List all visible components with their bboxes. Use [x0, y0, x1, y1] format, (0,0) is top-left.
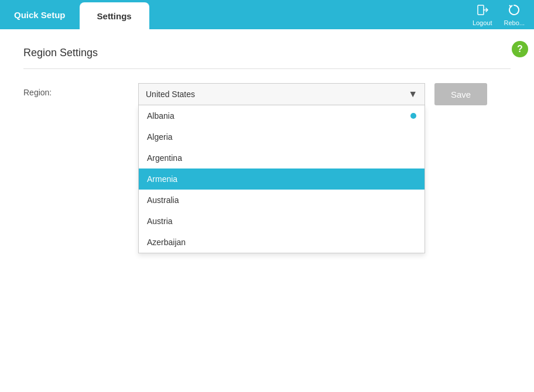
app-header: Quick Setup Settings Logout Rebo... [0, 0, 534, 29]
region-dropdown: AlbaniaAlgeriaArgentinaArmeniaAustraliaA… [138, 105, 425, 253]
svg-rect-0 [478, 5, 484, 15]
reboot-icon [508, 4, 521, 18]
help-icon: ? [517, 44, 523, 54]
dropdown-item[interactable]: Argentina [139, 147, 425, 169]
dropdown-item-label: Armenia [147, 174, 177, 184]
section-divider [23, 68, 511, 69]
reboot-label: Rebo... [504, 19, 525, 26]
logout-button[interactable]: Logout [473, 4, 492, 26]
header-actions: Logout Rebo... [473, 0, 534, 29]
dropdown-item-label: Austria [147, 216, 173, 226]
region-select-wrapper: United States ▼ AlbaniaAlgeriaArgentinaA… [138, 83, 425, 105]
tab-settings-label: Settings [97, 11, 132, 21]
tab-quick-setup[interactable]: Quick Setup [0, 0, 80, 29]
tab-quick-setup-label: Quick Setup [14, 10, 66, 20]
logout-label: Logout [473, 19, 492, 26]
reboot-button[interactable]: Rebo... [504, 4, 525, 26]
tab-settings[interactable]: Settings [80, 2, 149, 29]
scroll-indicator [410, 113, 416, 119]
dropdown-item[interactable]: Azerbaijan [139, 232, 425, 253]
select-arrow-icon: ▼ [408, 89, 417, 99]
main-content: ? Region Settings Region: United States … [0, 29, 534, 392]
dropdown-item-label: Australia [147, 195, 179, 205]
section-title: Region Settings [23, 47, 511, 59]
dropdown-item-label: Albania [147, 111, 174, 121]
help-button[interactable]: ? [512, 41, 528, 57]
dropdown-item-label: Azerbaijan [147, 238, 186, 247]
logout-icon [476, 4, 489, 18]
region-select-value: United States [146, 90, 195, 99]
save-button[interactable]: Save [434, 83, 487, 105]
dropdown-item[interactable]: Algeria [139, 126, 425, 147]
region-select[interactable]: United States ▼ [138, 83, 425, 105]
dropdown-item-label: Algeria [147, 132, 173, 142]
region-form-row: Region: United States ▼ AlbaniaAlgeriaAr… [23, 83, 511, 105]
dropdown-item[interactable]: Australia [139, 190, 425, 211]
region-label: Region: [23, 83, 129, 97]
dropdown-item[interactable]: Austria [139, 211, 425, 232]
dropdown-item[interactable]: Albania [139, 105, 425, 126]
dropdown-item-label: Argentina [147, 153, 182, 163]
dropdown-item[interactable]: Armenia [139, 169, 425, 190]
